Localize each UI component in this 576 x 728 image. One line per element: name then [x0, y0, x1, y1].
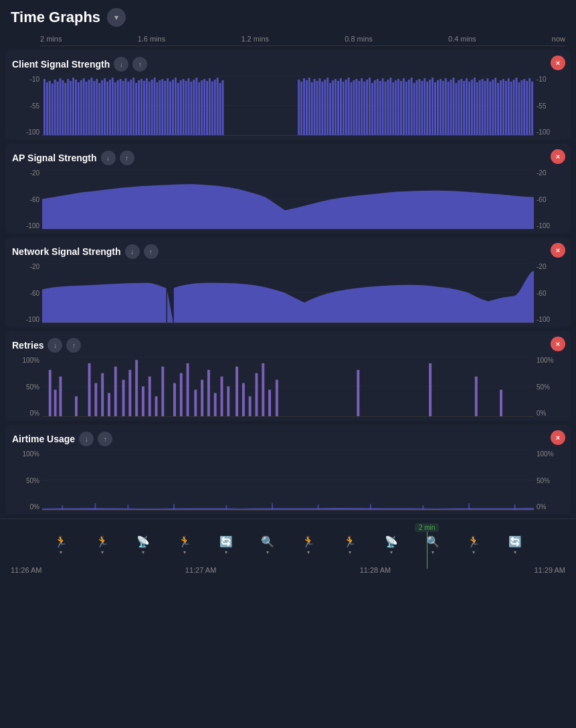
- svg-rect-59: [190, 82, 192, 135]
- retries-close[interactable]: ×: [551, 337, 565, 351]
- timeline-item-9: 📡 ▾: [385, 535, 398, 555]
- y-left-top: -10: [30, 76, 39, 83]
- svg-rect-215: [173, 504, 175, 510]
- svg-rect-154: [513, 80, 515, 135]
- header-dropdown-button[interactable]: ▾: [107, 8, 126, 27]
- svg-rect-81: [321, 82, 323, 135]
- client-signal-sort-up[interactable]: ↑: [132, 57, 147, 72]
- svg-rect-221: [468, 503, 470, 510]
- network-signal-close[interactable]: ×: [551, 243, 565, 258]
- network-signal-panel: Network Signal Strength ↓ ↑ × -20 -60 -1…: [5, 238, 571, 327]
- svg-rect-12: [67, 79, 69, 135]
- svg-rect-206: [429, 363, 431, 416]
- network-signal-sort-up[interactable]: ↑: [144, 244, 159, 259]
- airtime-panel: Airtime Usage ↓ ↑ × 100% 50% 0%: [5, 425, 571, 515]
- svg-rect-87: [337, 81, 339, 135]
- svg-rect-191: [187, 363, 189, 416]
- time-stamps: 11:26 AM 11:27 AM 11:28 AM 11:29 AM: [0, 563, 576, 577]
- client-signal-header: Client Signal Strength ↓ ↑: [12, 57, 564, 72]
- svg-rect-15: [75, 80, 77, 135]
- timeline-highlight-line: [427, 532, 427, 569]
- svg-rect-30: [114, 82, 116, 135]
- svg-rect-161: [531, 82, 533, 135]
- network-signal-sort-down[interactable]: ↓: [125, 244, 140, 259]
- ap-signal-close[interactable]: ×: [551, 149, 565, 164]
- ap-signal-svg: [42, 169, 534, 230]
- retries-title: Retries: [12, 340, 43, 351]
- timeline-item-2: 🏃 ▾: [96, 535, 109, 555]
- svg-rect-8: [57, 82, 59, 135]
- svg-rect-132: [455, 83, 457, 135]
- svg-rect-44: [151, 80, 153, 135]
- svg-rect-20: [88, 80, 90, 135]
- svg-rect-54: [177, 83, 179, 135]
- svg-rect-199: [242, 383, 245, 416]
- svg-rect-155: [516, 78, 518, 135]
- svg-rect-196: [221, 377, 223, 416]
- svg-rect-34: [124, 78, 126, 135]
- svg-rect-61: [195, 78, 197, 135]
- svg-rect-189: [173, 383, 176, 416]
- svg-rect-31: [117, 80, 119, 135]
- svg-rect-79: [316, 81, 318, 135]
- client-signal-close[interactable]: ×: [551, 56, 565, 70]
- svg-rect-131: [452, 78, 454, 135]
- svg-rect-194: [207, 370, 210, 416]
- svg-rect-201: [256, 373, 258, 416]
- svg-rect-33: [122, 81, 124, 135]
- timeline-icon-1: 🏃: [54, 535, 68, 548]
- network-signal-svg: [42, 263, 534, 323]
- y-left-mid: -55: [30, 102, 39, 110]
- svg-rect-95: [358, 81, 360, 135]
- svg-rect-56: [183, 79, 185, 135]
- svg-rect-205: [357, 370, 359, 416]
- ap-signal-y-left: -20 -60 -100: [12, 169, 42, 230]
- retries-sort-down[interactable]: ↓: [47, 338, 62, 353]
- time-label-3: 0.8 mins: [345, 35, 373, 43]
- svg-rect-175: [59, 377, 62, 416]
- svg-rect-90: [345, 80, 347, 135]
- svg-rect-124: [434, 82, 436, 135]
- svg-rect-117: [416, 80, 418, 135]
- svg-rect-106: [387, 80, 389, 135]
- svg-rect-67: [211, 82, 213, 135]
- timeline-icon-11: 🏃: [467, 535, 480, 548]
- svg-rect-19: [86, 82, 88, 135]
- svg-rect-53: [175, 78, 177, 135]
- svg-rect-52: [172, 80, 174, 135]
- airtime-svg: [42, 450, 534, 511]
- airtime-sort-up[interactable]: ↑: [98, 432, 112, 446]
- timestamp-2: 11:28 AM: [360, 566, 391, 574]
- airtime-chart: 100% 50% 0%: [12, 450, 564, 511]
- svg-rect-183: [128, 370, 131, 416]
- svg-rect-80: [319, 78, 321, 135]
- svg-rect-180: [108, 393, 110, 416]
- time-label-4: 0.4 mins: [448, 35, 476, 43]
- svg-rect-178: [94, 383, 97, 416]
- svg-rect-62: [198, 82, 200, 135]
- airtime-sort-down[interactable]: ↓: [79, 432, 94, 446]
- timestamp-3: 11:29 AM: [534, 566, 565, 574]
- svg-rect-6: [52, 84, 54, 135]
- timestamp-1: 11:27 AM: [185, 566, 216, 574]
- svg-rect-14: [72, 78, 74, 135]
- svg-rect-69: [217, 78, 219, 135]
- svg-rect-147: [494, 78, 496, 135]
- ap-signal-sort-down[interactable]: ↓: [101, 151, 116, 165]
- retries-sort-up[interactable]: ↑: [66, 338, 81, 353]
- client-signal-sort-down[interactable]: ↓: [114, 57, 128, 72]
- client-signal-svg: [42, 76, 534, 136]
- svg-rect-46: [157, 82, 159, 135]
- network-signal-y-right: -20 -60 -100: [534, 263, 564, 323]
- airtime-close[interactable]: ×: [551, 430, 565, 445]
- svg-rect-82: [324, 80, 326, 135]
- client-signal-y-right: -10 -55 -100: [534, 76, 564, 136]
- svg-rect-11: [64, 83, 66, 135]
- network-signal-chart: -20 -60 -100 -20 -60 -100: [12, 263, 564, 323]
- svg-rect-129: [448, 82, 450, 135]
- svg-rect-105: [385, 82, 387, 135]
- svg-rect-195: [214, 393, 217, 416]
- ap-signal-sort-up[interactable]: ↑: [120, 151, 134, 165]
- svg-rect-135: [463, 81, 465, 135]
- svg-rect-197: [227, 387, 229, 417]
